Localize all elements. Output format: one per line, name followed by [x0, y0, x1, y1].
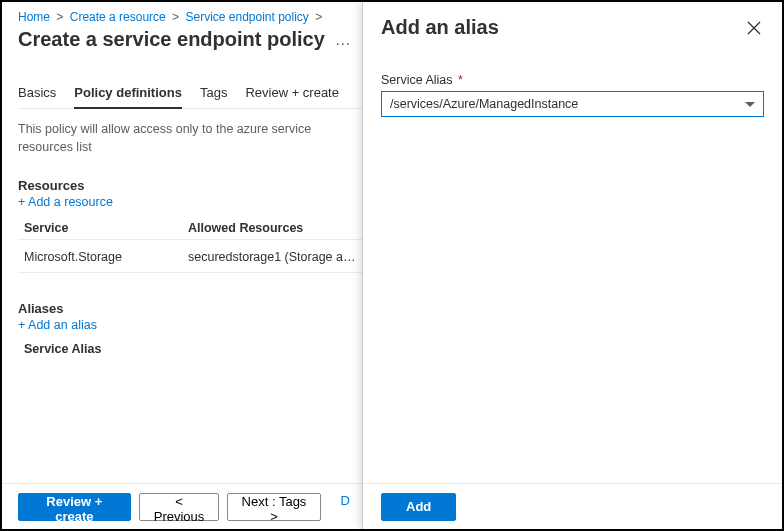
col-header-service: Service: [18, 221, 188, 235]
add-alias-panel: Add an alias Service Alias * /services/A…: [362, 2, 782, 529]
breadcrumb-home[interactable]: Home: [18, 10, 50, 24]
table-row[interactable]: Microsoft.Storage securedstorage1 (Stora…: [18, 240, 362, 273]
download-template-link[interactable]: D: [329, 493, 362, 521]
policy-description: This policy will allow access only to th…: [18, 121, 362, 156]
page-title-text: Create a service endpoint policy: [18, 28, 325, 51]
chevron-down-icon: [745, 102, 755, 107]
breadcrumb-create-resource[interactable]: Create a resource: [70, 10, 166, 24]
next-button[interactable]: Next : Tags >: [227, 493, 320, 521]
service-alias-label: Service Alias *: [381, 73, 764, 87]
service-alias-value: /services/Azure/ManagedInstance: [390, 97, 578, 111]
tabs: Basics Policy definitions Tags Review + …: [18, 79, 362, 109]
breadcrumb-service-endpoint-policy[interactable]: Service endpoint policy: [185, 10, 308, 24]
tab-basics[interactable]: Basics: [18, 79, 56, 108]
panel-header: Add an alias: [363, 2, 782, 49]
cell-service: Microsoft.Storage: [18, 250, 188, 264]
page-title: Create a service endpoint policy …: [18, 28, 362, 51]
main-content: Home > Create a resource > Service endpo…: [2, 2, 362, 529]
cell-allowed: securedstorage1 (Storage a…: [188, 250, 362, 264]
resources-table-header: Service Allowed Resources: [18, 217, 362, 240]
resources-heading: Resources: [18, 178, 362, 193]
add-alias-link[interactable]: + Add an alias: [18, 318, 97, 332]
panel-footer: Add: [363, 483, 782, 529]
close-icon[interactable]: [744, 18, 764, 38]
col-header-service-alias: Service Alias: [18, 342, 362, 356]
more-actions-button[interactable]: …: [335, 31, 351, 49]
breadcrumb: Home > Create a resource > Service endpo…: [18, 10, 362, 24]
tab-review-create[interactable]: Review + create: [245, 79, 339, 108]
required-indicator: *: [458, 73, 463, 87]
add-button[interactable]: Add: [381, 493, 456, 521]
review-create-button[interactable]: Review + create: [18, 493, 131, 521]
main-footer: Review + create < Previous Next : Tags >…: [2, 483, 362, 529]
aliases-heading: Aliases: [18, 301, 362, 316]
breadcrumb-separator: >: [315, 10, 322, 24]
add-resource-link[interactable]: + Add a resource: [18, 195, 113, 209]
service-alias-label-text: Service Alias: [381, 73, 453, 87]
panel-title: Add an alias: [381, 16, 499, 39]
service-alias-select[interactable]: /services/Azure/ManagedInstance: [381, 91, 764, 117]
tab-policy-definitions[interactable]: Policy definitions: [74, 79, 182, 108]
previous-button[interactable]: < Previous: [139, 493, 220, 521]
breadcrumb-separator: >: [172, 10, 179, 24]
panel-body: Service Alias * /services/Azure/ManagedI…: [363, 49, 782, 483]
breadcrumb-separator: >: [56, 10, 63, 24]
col-header-allowed: Allowed Resources: [188, 221, 362, 235]
tab-tags[interactable]: Tags: [200, 79, 227, 108]
